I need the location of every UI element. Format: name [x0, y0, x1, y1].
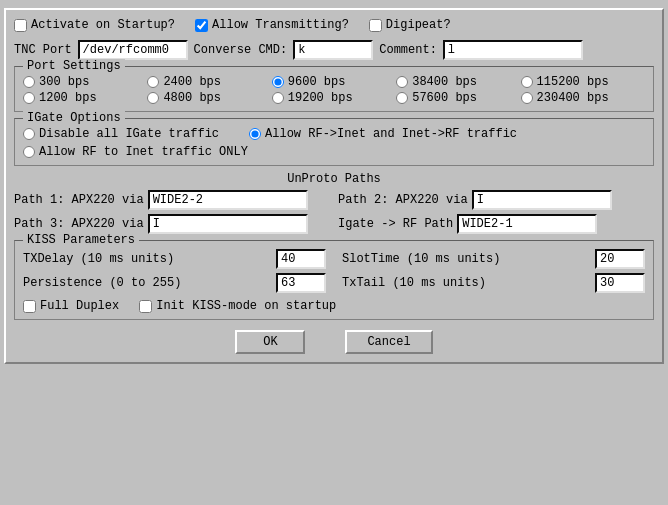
bps-4800: 4800 bps: [147, 91, 271, 105]
igate-rf-input[interactable]: [457, 214, 597, 234]
bps-230400: 230400 bps: [521, 91, 645, 105]
bps-1200-label: 1200 bps: [39, 91, 97, 105]
path2-input[interactable]: [472, 190, 612, 210]
tnc-port-row: TNC Port Converse CMD: Comment:: [14, 40, 654, 60]
button-row: OK Cancel: [14, 330, 654, 354]
kiss-params-title: KISS Parameters: [23, 233, 139, 247]
bps-2400-radio[interactable]: [147, 76, 159, 88]
allow-transmitting-label: Allow Transmitting?: [212, 18, 349, 32]
igate-rf-only-radio[interactable]: [23, 146, 35, 158]
tnc-port-label: TNC Port: [14, 43, 72, 57]
bps-115200: 115200 bps: [521, 75, 645, 89]
activate-startup-checkbox[interactable]: [14, 19, 27, 32]
bps-9600: 9600 bps: [272, 75, 396, 89]
bps-57600: 57600 bps: [396, 91, 520, 105]
igate-rf-inet-label: Allow RF->Inet and Inet->RF traffic: [265, 127, 517, 141]
allow-transmitting-item: Allow Transmitting?: [195, 18, 349, 32]
persistence-row: Persistence (0 to 255): [23, 273, 326, 293]
igate-rf-inet-radio[interactable]: [249, 128, 261, 140]
path1-input[interactable]: [148, 190, 308, 210]
txdelay-label: TXDelay (10 ms units): [23, 252, 272, 266]
port-settings-grid: 300 bps 2400 bps 9600 bps 38400 bps 1152…: [23, 75, 645, 105]
comment-input[interactable]: [443, 40, 583, 60]
bps-115200-radio[interactable]: [521, 76, 533, 88]
bps-1200-radio[interactable]: [23, 92, 35, 104]
path2-row: Path 2: APX220 via: [338, 190, 654, 210]
converse-cmd-input[interactable]: [293, 40, 373, 60]
igate-disable-item: Disable all IGate traffic: [23, 127, 219, 141]
bps-230400-radio[interactable]: [521, 92, 533, 104]
top-checkboxes: Activate on Startup? Allow Transmitting?…: [14, 18, 654, 32]
ok-button[interactable]: OK: [235, 330, 305, 354]
igate-options-group: IGate Options Disable all IGate traffic …: [14, 118, 654, 166]
slottime-row: SlotTime (10 ms units): [342, 249, 645, 269]
igate-rf-label: Igate -> RF Path: [338, 217, 453, 231]
kiss-grid: TXDelay (10 ms units) SlotTime (10 ms un…: [23, 249, 645, 293]
igate-disable-radio[interactable]: [23, 128, 35, 140]
txdelay-input[interactable]: [276, 249, 326, 269]
path1-row: Path 1: APX220 via: [14, 190, 330, 210]
bps-300: 300 bps: [23, 75, 147, 89]
bps-9600-label: 9600 bps: [288, 75, 346, 89]
path3-label: Path 3: APX220 via: [14, 217, 144, 231]
init-kiss-label: Init KISS-mode on startup: [156, 299, 336, 313]
path1-label: Path 1: APX220 via: [14, 193, 144, 207]
path2-label: Path 2: APX220 via: [338, 193, 468, 207]
igate-rf-only-label: Allow RF to Inet traffic ONLY: [39, 145, 248, 159]
converse-cmd-label: Converse CMD:: [194, 43, 288, 57]
igate-rf-only-item: Allow RF to Inet traffic ONLY: [23, 145, 645, 159]
activate-startup-label: Activate on Startup?: [31, 18, 175, 32]
bps-4800-radio[interactable]: [147, 92, 159, 104]
txdelay-row: TXDelay (10 ms units): [23, 249, 326, 269]
bps-1200: 1200 bps: [23, 91, 147, 105]
digipeat-label: Digipeat?: [386, 18, 451, 32]
path3-row: Path 3: APX220 via: [14, 214, 330, 234]
persistence-input[interactable]: [276, 273, 326, 293]
bps-2400: 2400 bps: [147, 75, 271, 89]
init-kiss-item: Init KISS-mode on startup: [139, 299, 336, 313]
cancel-button[interactable]: Cancel: [345, 330, 432, 354]
port-settings-group: Port Settings 300 bps 2400 bps 9600 bps …: [14, 66, 654, 112]
bps-19200: 19200 bps: [272, 91, 396, 105]
igate-options-title: IGate Options: [23, 111, 125, 125]
bps-38400: 38400 bps: [396, 75, 520, 89]
bps-38400-label: 38400 bps: [412, 75, 477, 89]
digipeat-checkbox[interactable]: [369, 19, 382, 32]
full-duplex-label: Full Duplex: [40, 299, 119, 313]
bps-230400-label: 230400 bps: [537, 91, 609, 105]
activate-startup-item: Activate on Startup?: [14, 18, 175, 32]
txtail-row: TxTail (10 ms units): [342, 273, 645, 293]
bps-300-radio[interactable]: [23, 76, 35, 88]
igate-rf-inet-item: Allow RF->Inet and Inet->RF traffic: [249, 127, 517, 141]
allow-transmitting-checkbox[interactable]: [195, 19, 208, 32]
txtail-label: TxTail (10 ms units): [342, 276, 591, 290]
bps-115200-label: 115200 bps: [537, 75, 609, 89]
port-settings-title: Port Settings: [23, 59, 125, 73]
path3-input[interactable]: [148, 214, 308, 234]
bps-9600-radio[interactable]: [272, 76, 284, 88]
bps-57600-label: 57600 bps: [412, 91, 477, 105]
main-dialog: Activate on Startup? Allow Transmitting?…: [4, 8, 664, 364]
unproto-section: UnProto Paths Path 1: APX220 via Path 2:…: [14, 172, 654, 234]
kiss-checkboxes: Full Duplex Init KISS-mode on startup: [23, 299, 645, 313]
tnc-port-input[interactable]: [78, 40, 188, 60]
bps-57600-radio[interactable]: [396, 92, 408, 104]
digipeat-item: Digipeat?: [369, 18, 451, 32]
init-kiss-checkbox[interactable]: [139, 300, 152, 313]
unproto-grid: Path 1: APX220 via Path 2: APX220 via Pa…: [14, 190, 654, 234]
igate-disable-label: Disable all IGate traffic: [39, 127, 219, 141]
full-duplex-checkbox[interactable]: [23, 300, 36, 313]
bps-4800-label: 4800 bps: [163, 91, 221, 105]
bps-38400-radio[interactable]: [396, 76, 408, 88]
slottime-input[interactable]: [595, 249, 645, 269]
bps-19200-radio[interactable]: [272, 92, 284, 104]
igate-rf-row: Igate -> RF Path: [338, 214, 654, 234]
txtail-input[interactable]: [595, 273, 645, 293]
bps-2400-label: 2400 bps: [163, 75, 221, 89]
comment-label: Comment:: [379, 43, 437, 57]
bps-300-label: 300 bps: [39, 75, 89, 89]
unproto-title: UnProto Paths: [14, 172, 654, 186]
bps-19200-label: 19200 bps: [288, 91, 353, 105]
igate-row-1: Disable all IGate traffic Allow RF->Inet…: [23, 127, 645, 141]
full-duplex-item: Full Duplex: [23, 299, 119, 313]
